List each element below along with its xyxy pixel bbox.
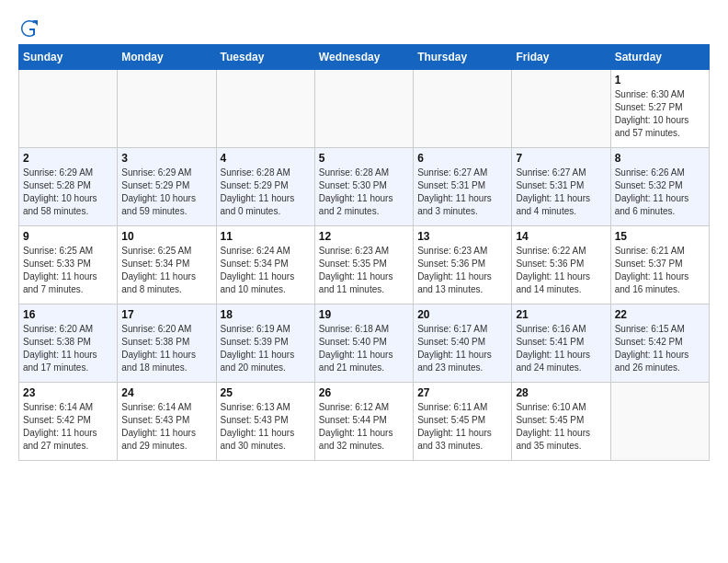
calendar-cell: 27Sunrise: 6:11 AM Sunset: 5:45 PM Dayli… — [414, 383, 512, 461]
calendar-cell: 26Sunrise: 6:12 AM Sunset: 5:44 PM Dayli… — [314, 383, 413, 461]
calendar-cell: 24Sunrise: 6:14 AM Sunset: 5:43 PM Dayli… — [118, 383, 216, 461]
calendar-cell: 9Sunrise: 6:25 AM Sunset: 5:33 PM Daylig… — [19, 226, 118, 304]
calendar-week-row: 2Sunrise: 6:29 AM Sunset: 5:28 PM Daylig… — [19, 148, 710, 226]
day-info: Sunrise: 6:30 AM Sunset: 5:27 PM Dayligh… — [615, 88, 705, 140]
day-number: 3 — [121, 152, 211, 165]
day-info: Sunrise: 6:23 AM Sunset: 5:35 PM Dayligh… — [319, 245, 409, 296]
day-number: 15 — [615, 230, 705, 243]
calendar-cell — [118, 70, 216, 148]
day-info: Sunrise: 6:18 AM Sunset: 5:40 PM Dayligh… — [319, 323, 409, 374]
weekday-header-monday: Monday — [118, 45, 216, 70]
calendar-cell: 8Sunrise: 6:26 AM Sunset: 5:32 PM Daylig… — [610, 148, 709, 226]
weekday-header-saturday: Saturday — [610, 45, 709, 70]
day-info: Sunrise: 6:28 AM Sunset: 5:30 PM Dayligh… — [319, 167, 409, 218]
day-number: 17 — [121, 308, 211, 321]
calendar-week-row: 1Sunrise: 6:30 AM Sunset: 5:27 PM Daylig… — [19, 70, 710, 148]
calendar-cell — [314, 70, 413, 148]
calendar-cell: 22Sunrise: 6:15 AM Sunset: 5:42 PM Dayli… — [610, 304, 709, 383]
day-number: 4 — [221, 152, 311, 165]
calendar-cell: 3Sunrise: 6:29 AM Sunset: 5:29 PM Daylig… — [118, 148, 216, 226]
calendar-cell: 6Sunrise: 6:27 AM Sunset: 5:31 PM Daylig… — [414, 148, 512, 226]
weekday-header-sunday: Sunday — [19, 45, 118, 70]
calendar-cell: 14Sunrise: 6:22 AM Sunset: 5:36 PM Dayli… — [512, 226, 610, 304]
day-info: Sunrise: 6:25 AM Sunset: 5:34 PM Dayligh… — [121, 245, 211, 296]
weekday-header-wednesday: Wednesday — [314, 45, 413, 70]
day-number: 7 — [516, 152, 606, 165]
day-info: Sunrise: 6:26 AM Sunset: 5:32 PM Dayligh… — [615, 167, 705, 218]
day-info: Sunrise: 6:11 AM Sunset: 5:45 PM Dayligh… — [417, 401, 507, 453]
day-number: 28 — [516, 386, 606, 399]
day-number: 11 — [221, 230, 311, 243]
calendar-cell: 5Sunrise: 6:28 AM Sunset: 5:30 PM Daylig… — [314, 148, 413, 226]
day-info: Sunrise: 6:10 AM Sunset: 5:45 PM Dayligh… — [516, 401, 606, 453]
calendar-cell: 21Sunrise: 6:16 AM Sunset: 5:41 PM Dayli… — [512, 304, 610, 383]
calendar-cell: 2Sunrise: 6:29 AM Sunset: 5:28 PM Daylig… — [19, 148, 118, 226]
day-info: Sunrise: 6:14 AM Sunset: 5:43 PM Dayligh… — [121, 401, 211, 453]
day-number: 25 — [221, 386, 311, 399]
day-number: 22 — [615, 308, 705, 321]
calendar-cell — [19, 70, 118, 148]
day-info: Sunrise: 6:13 AM Sunset: 5:43 PM Dayligh… — [221, 401, 311, 453]
calendar-cell: 23Sunrise: 6:14 AM Sunset: 5:42 PM Dayli… — [19, 383, 118, 461]
day-number: 26 — [319, 386, 409, 399]
weekday-header-friday: Friday — [512, 45, 610, 70]
day-number: 24 — [121, 386, 211, 399]
calendar-cell: 1Sunrise: 6:30 AM Sunset: 5:27 PM Daylig… — [610, 70, 709, 148]
calendar-table: SundayMondayTuesdayWednesdayThursdayFrid… — [18, 44, 710, 461]
calendar-cell: 13Sunrise: 6:23 AM Sunset: 5:36 PM Dayli… — [414, 226, 512, 304]
calendar-cell: 18Sunrise: 6:19 AM Sunset: 5:39 PM Dayli… — [216, 304, 314, 383]
day-number: 12 — [319, 230, 409, 243]
calendar-cell — [610, 383, 709, 461]
svg-marker-0 — [32, 20, 38, 26]
calendar-cell: 15Sunrise: 6:21 AM Sunset: 5:37 PM Dayli… — [610, 226, 709, 304]
day-number: 8 — [615, 152, 705, 165]
day-info: Sunrise: 6:14 AM Sunset: 5:42 PM Dayligh… — [23, 401, 113, 453]
day-info: Sunrise: 6:22 AM Sunset: 5:36 PM Dayligh… — [516, 245, 606, 296]
calendar-cell: 19Sunrise: 6:18 AM Sunset: 5:40 PM Dayli… — [314, 304, 413, 383]
day-info: Sunrise: 6:15 AM Sunset: 5:42 PM Dayligh… — [615, 323, 705, 374]
weekday-header-tuesday: Tuesday — [216, 45, 314, 70]
calendar-cell: 10Sunrise: 6:25 AM Sunset: 5:34 PM Dayli… — [118, 226, 216, 304]
day-info: Sunrise: 6:29 AM Sunset: 5:28 PM Dayligh… — [23, 167, 113, 218]
calendar-cell — [512, 70, 610, 148]
day-info: Sunrise: 6:29 AM Sunset: 5:29 PM Dayligh… — [121, 167, 211, 218]
day-number: 16 — [23, 308, 113, 321]
day-info: Sunrise: 6:27 AM Sunset: 5:31 PM Dayligh… — [516, 167, 606, 218]
logo-icon — [19, 18, 40, 39]
day-info: Sunrise: 6:23 AM Sunset: 5:36 PM Dayligh… — [417, 245, 507, 296]
calendar-week-row: 23Sunrise: 6:14 AM Sunset: 5:42 PM Dayli… — [19, 383, 710, 461]
day-number: 2 — [23, 152, 113, 165]
calendar-cell: 25Sunrise: 6:13 AM Sunset: 5:43 PM Dayli… — [216, 383, 314, 461]
day-number: 27 — [417, 386, 507, 399]
day-number: 23 — [23, 386, 113, 399]
weekday-header-thursday: Thursday — [414, 45, 512, 70]
day-info: Sunrise: 6:20 AM Sunset: 5:38 PM Dayligh… — [23, 323, 113, 374]
day-number: 14 — [516, 230, 606, 243]
calendar-header-row: SundayMondayTuesdayWednesdayThursdayFrid… — [19, 45, 710, 70]
day-info: Sunrise: 6:16 AM Sunset: 5:41 PM Dayligh… — [516, 323, 606, 374]
calendar-cell: 16Sunrise: 6:20 AM Sunset: 5:38 PM Dayli… — [19, 304, 118, 383]
calendar-cell: 7Sunrise: 6:27 AM Sunset: 5:31 PM Daylig… — [512, 148, 610, 226]
day-number: 13 — [417, 230, 507, 243]
day-number: 1 — [615, 74, 705, 86]
day-number: 18 — [221, 308, 311, 321]
day-info: Sunrise: 6:12 AM Sunset: 5:44 PM Dayligh… — [319, 401, 409, 453]
day-info: Sunrise: 6:24 AM Sunset: 5:34 PM Dayligh… — [221, 245, 311, 296]
day-info: Sunrise: 6:27 AM Sunset: 5:31 PM Dayligh… — [417, 167, 507, 218]
day-number: 10 — [121, 230, 211, 243]
day-number: 21 — [516, 308, 606, 321]
day-number: 20 — [417, 308, 507, 321]
day-number: 6 — [417, 152, 507, 165]
day-number: 5 — [319, 152, 409, 165]
calendar-cell: 12Sunrise: 6:23 AM Sunset: 5:35 PM Dayli… — [314, 226, 413, 304]
calendar-cell: 17Sunrise: 6:20 AM Sunset: 5:38 PM Dayli… — [118, 304, 216, 383]
day-info: Sunrise: 6:25 AM Sunset: 5:33 PM Dayligh… — [23, 245, 113, 296]
day-info: Sunrise: 6:19 AM Sunset: 5:39 PM Dayligh… — [221, 323, 311, 374]
header — [18, 18, 710, 35]
calendar-cell: 11Sunrise: 6:24 AM Sunset: 5:34 PM Dayli… — [216, 226, 314, 304]
logo — [18, 18, 40, 35]
calendar-week-row: 16Sunrise: 6:20 AM Sunset: 5:38 PM Dayli… — [19, 304, 710, 383]
day-info: Sunrise: 6:20 AM Sunset: 5:38 PM Dayligh… — [121, 323, 211, 374]
calendar-week-row: 9Sunrise: 6:25 AM Sunset: 5:33 PM Daylig… — [19, 226, 710, 304]
calendar-cell — [414, 70, 512, 148]
